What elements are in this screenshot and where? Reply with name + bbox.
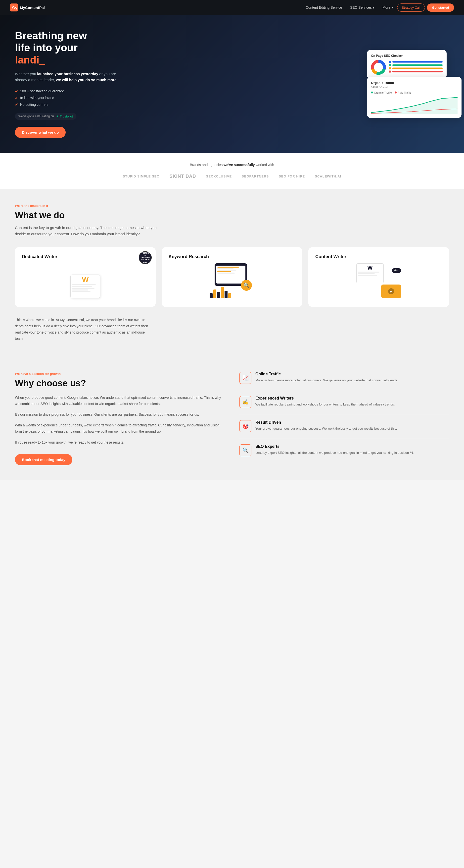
service-card-dedicated-writer: Dedicated Writer TESTED& TRUSTEDTHE MCP … bbox=[15, 247, 156, 307]
online-traffic-icon: 📈 bbox=[239, 372, 252, 384]
keyword-research-illustration: 🔍 bbox=[169, 264, 295, 298]
service-card-content-writer: Content Writer W 💬 ··· ▶ bbox=[308, 247, 449, 307]
brand-logo-6: Scalewith.ai bbox=[315, 175, 341, 178]
what-desc: Content is the key to growth in our digi… bbox=[15, 224, 159, 237]
service-title: Keyword Research bbox=[169, 254, 295, 259]
why-title: Why choose us? bbox=[15, 378, 225, 389]
seo-checker-card: On Page SEO Checker bbox=[367, 50, 446, 79]
brands-tagline: Brands and agencies we've successfully w… bbox=[15, 163, 449, 167]
services-grid: Dedicated Writer TESTED& TRUSTEDTHE MCP … bbox=[15, 247, 449, 307]
hero-illustrations: On Page SEO Checker bbox=[367, 50, 454, 118]
brand-logo-3: SEOXCLUSIVE bbox=[206, 175, 232, 178]
feature-desc: More visitors means more potential custo… bbox=[255, 378, 398, 383]
strategy-call-button[interactable]: Strategy Call bbox=[397, 3, 425, 12]
hero-check-3: ✔ No cutting corners bbox=[15, 102, 119, 107]
hero-title: Breathing new life into your landi_ bbox=[15, 30, 119, 66]
get-started-button[interactable]: Get started bbox=[427, 3, 454, 12]
chat-bubble: 💬 ··· bbox=[392, 268, 401, 273]
book-meeting-button[interactable]: Book that meeting today bbox=[15, 454, 72, 465]
nav-content-editing[interactable]: Content Editing Service bbox=[306, 5, 342, 9]
service-title: Dedicated Writer bbox=[22, 254, 149, 259]
feature-title: Experienced Writers bbox=[255, 396, 395, 401]
seo-bars bbox=[389, 61, 442, 74]
brand-logo-4: SEOPARTNERS bbox=[242, 175, 269, 178]
dedicated-writer-illustration: W bbox=[22, 264, 149, 298]
navbar: MyContentPal Content Editing Service SEO… bbox=[0, 0, 464, 15]
seo-checker-visual bbox=[371, 60, 442, 75]
check-icon: ✔ bbox=[15, 96, 18, 100]
check-icon: ✔ bbox=[15, 102, 18, 107]
brands-logos: stupid simple seo SKINT DAD SEOXCLUSIVE … bbox=[15, 174, 449, 179]
feature-seo-experts: 🔍 SEO Experts Lead by expert SEO insight… bbox=[239, 444, 449, 462]
what-section: We're the leaders in it What we do Conte… bbox=[0, 189, 464, 357]
result-driven-icon: 🎯 bbox=[239, 420, 252, 432]
nav-more[interactable]: More ▾ bbox=[383, 5, 393, 9]
why-label: We have a passion for growth bbox=[15, 372, 225, 376]
service-title: Content Writer bbox=[315, 254, 442, 259]
why-body-3: With a wealth of experience under our be… bbox=[15, 422, 225, 435]
content-doc: W bbox=[356, 264, 384, 283]
hero-subtitle: Whether you launched your business yeste… bbox=[15, 71, 119, 83]
trustpilot-badge: We've got a 4.8/5 rating on ★ Trustpilot bbox=[15, 113, 76, 120]
hero-check-2: ✔ In line with your brand bbox=[15, 96, 119, 100]
seo-experts-icon: 🔍 bbox=[239, 444, 252, 456]
logo-text: MyContentPal bbox=[20, 5, 45, 10]
feature-experienced-writers: ✍️ Experienced Writers We facilitate reg… bbox=[239, 396, 449, 414]
hero-section: Breathing new life into your landi_ Whet… bbox=[0, 15, 464, 153]
organic-traffic-card: Organic Traffic 140,835/month Organic Tr… bbox=[367, 77, 462, 118]
feature-online-traffic: 📈 Online Traffic More visitors means mor… bbox=[239, 372, 449, 390]
feature-result-driven: 🎯 Result Driven Your growth guarantees o… bbox=[239, 420, 449, 438]
content-writer-illustration: W 💬 ··· ▶ bbox=[315, 264, 442, 298]
feature-title: Online Traffic bbox=[255, 372, 398, 376]
logo-link[interactable]: MyContentPal bbox=[10, 3, 45, 11]
check-icon: ✔ bbox=[15, 89, 18, 94]
why-section: We have a passion for growth Why choose … bbox=[0, 357, 464, 480]
hero-content: Breathing new life into your landi_ Whet… bbox=[15, 30, 119, 138]
what-title: What we do bbox=[15, 210, 449, 221]
hero-checks: ✔ 100% satisfaction guarantee ✔ In line … bbox=[15, 89, 119, 107]
discover-cta-button[interactable]: Discover what we do bbox=[15, 127, 66, 138]
search-icon: 🔍 bbox=[241, 280, 252, 291]
donut-chart bbox=[371, 60, 386, 75]
service-card-keyword-research: Keyword Research 🔍 bbox=[162, 247, 302, 307]
chart-legend: Organic Traffic Paid Traffic bbox=[371, 91, 458, 94]
feature-desc: We facilitate regular training and works… bbox=[255, 402, 395, 407]
feature-desc: Your growth guarantees our ongoing succe… bbox=[255, 426, 397, 431]
why-left: We have a passion for growth Why choose … bbox=[15, 372, 225, 465]
brands-section: Brands and agencies we've successfully w… bbox=[0, 153, 464, 189]
why-body-4: If you're ready to 10x your growth, we'r… bbox=[15, 439, 225, 445]
play-button-icon: ▶ bbox=[388, 288, 394, 294]
brand-logo-1: stupid simple seo bbox=[123, 175, 160, 178]
why-body-2: It's our mission to drive progress for y… bbox=[15, 411, 225, 418]
chart-bars bbox=[210, 287, 231, 298]
what-body-text: This is where we come in. At My Content … bbox=[15, 317, 154, 342]
hero-check-1: ✔ 100% satisfaction guarantee bbox=[15, 89, 119, 94]
brand-logo-5: SEO FOR HIRE bbox=[279, 175, 305, 178]
chevron-down-icon: ▾ bbox=[373, 5, 374, 9]
why-body-1: When you produce good content, Google ta… bbox=[15, 395, 225, 407]
organic-chart bbox=[371, 96, 458, 114]
brand-logo-2: SKINT DAD bbox=[170, 174, 196, 179]
service-badge: TESTED& TRUSTEDTHE MCP WAY bbox=[139, 251, 152, 264]
feature-title: SEO Experts bbox=[255, 444, 414, 449]
experienced-writers-icon: ✍️ bbox=[239, 396, 252, 408]
feature-title: Result Driven bbox=[255, 420, 397, 425]
what-label: We're the leaders in it bbox=[15, 204, 449, 208]
video-thumbnail: ▶ bbox=[381, 284, 401, 298]
why-features: 📈 Online Traffic More visitors means mor… bbox=[239, 372, 449, 465]
chevron-down-icon: ▾ bbox=[391, 5, 393, 9]
feature-desc: Lead by expert SEO insights, all the con… bbox=[255, 450, 414, 456]
nav-seo-services[interactable]: SEO Services ▾ bbox=[350, 5, 374, 9]
